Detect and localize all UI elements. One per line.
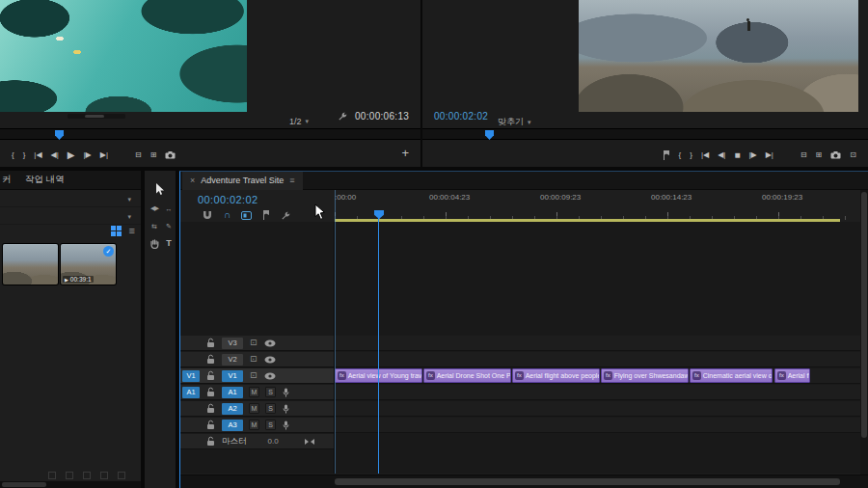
mute-button[interactable]: M	[249, 403, 259, 414]
readonly-icon[interactable]	[48, 472, 56, 479]
timeline-clip[interactable]: fx Aerial flight above people h	[512, 368, 600, 383]
sync-lock-icon[interactable]: ⊡	[250, 355, 258, 364]
solo-button[interactable]: S	[265, 403, 276, 414]
solo-button[interactable]: S	[265, 387, 276, 397]
timeline-clip[interactable]: fx Aerial fly	[774, 368, 810, 383]
go-to-out-button[interactable]: ▶|	[100, 151, 108, 159]
fader-icon[interactable]	[304, 438, 315, 446]
mark-in-button[interactable]: {	[12, 151, 14, 159]
step-back-button[interactable]: ◀|	[51, 151, 59, 159]
go-to-out-button[interactable]: ▶|	[766, 151, 773, 159]
mic-icon[interactable]	[283, 404, 289, 414]
project-horizontal-scrollbar[interactable]	[0, 481, 141, 488]
time-ruler[interactable]: :00:00 00:00:04:23 00:00:09:23 00:00:14:…	[335, 190, 861, 222]
fx-badge[interactable]: fx	[515, 371, 524, 380]
nested-sequence-icon[interactable]	[241, 211, 252, 220]
eye-icon[interactable]	[264, 372, 276, 380]
mark-in-button[interactable]: {	[679, 151, 682, 159]
eye-icon[interactable]	[264, 339, 276, 347]
fx-badge[interactable]: fx	[338, 371, 346, 380]
hand-tool[interactable]	[148, 236, 161, 250]
master-level-value[interactable]: 0.0	[268, 437, 279, 446]
tab-markers[interactable]: 커	[2, 174, 15, 186]
find-icon[interactable]	[100, 472, 108, 479]
source-settings-wrench-icon[interactable]	[338, 111, 348, 122]
program-position-timecode[interactable]: 00:00:02:02	[434, 111, 488, 122]
mute-button[interactable]: M	[249, 387, 259, 397]
add-marker-icon[interactable]	[663, 150, 670, 160]
project-filter-dropdown[interactable]: ▾	[0, 191, 141, 207]
track-content-v2[interactable]	[335, 352, 861, 367]
solo-button[interactable]: S	[265, 420, 276, 430]
step-back-button[interactable]: ◀|	[718, 151, 725, 159]
timeline-clip[interactable]: fx Aerial Drone Shot One Perso	[423, 368, 511, 383]
slip-tool[interactable]: ⇆	[148, 219, 161, 232]
new-item-icon[interactable]	[83, 472, 91, 479]
source-zoom-select[interactable]: 1/2▾	[289, 111, 309, 128]
mark-out-button[interactable]: }	[23, 151, 26, 159]
lock-icon[interactable]	[206, 403, 215, 414]
source-patch-v1[interactable]: V1	[182, 370, 200, 382]
lock-icon[interactable]	[206, 387, 215, 397]
type-tool[interactable]: T	[162, 236, 176, 250]
export-frame-button[interactable]	[830, 151, 841, 159]
insert-button[interactable]: ⊟	[135, 151, 142, 159]
close-icon[interactable]: ×	[190, 176, 195, 185]
timeline-horizontal-scrollbar[interactable]	[180, 474, 868, 488]
lock-icon[interactable]	[206, 354, 215, 365]
track-select-tool[interactable]: ◀▶	[148, 202, 161, 215]
ripple-edit-tool[interactable]: ↔	[162, 202, 176, 215]
mute-button[interactable]: M	[249, 420, 259, 430]
lift-button[interactable]: ⊟	[800, 151, 807, 159]
timeline-clip[interactable]: fx Cinematic aerial view of c	[690, 368, 773, 383]
fx-badge[interactable]: fx	[604, 371, 612, 380]
lock-icon[interactable]	[206, 370, 215, 381]
timeline-settings-wrench-icon[interactable]	[281, 210, 291, 221]
eye-icon[interactable]	[264, 356, 276, 364]
track-toggle-v2[interactable]: V2	[222, 354, 243, 366]
sync-lock-icon[interactable]: ⊡	[250, 371, 258, 380]
track-toggle-v1[interactable]: V1	[222, 370, 243, 382]
grid-view-icon[interactable]	[111, 226, 122, 236]
track-toggle-a1[interactable]: A1	[222, 387, 243, 398]
track-toggle-a2[interactable]: A2	[222, 403, 243, 415]
program-scrubber[interactable]	[422, 128, 868, 140]
timeline-tab[interactable]: × Adventure Travel Site ≡	[182, 172, 303, 190]
fx-badge[interactable]: fx	[426, 371, 435, 380]
overwrite-button[interactable]: ⊞	[150, 151, 157, 159]
stop-button[interactable]: ■	[734, 150, 740, 160]
go-to-in-button[interactable]: |◀	[701, 151, 709, 159]
source-zoom-scrollbar[interactable]	[68, 114, 125, 119]
mic-icon[interactable]	[283, 388, 289, 397]
panel-menu-icon[interactable]: ≡	[289, 176, 294, 185]
track-content-v3[interactable]	[335, 336, 861, 351]
source-scrubber[interactable]	[0, 128, 420, 140]
lock-icon[interactable]	[206, 338, 215, 348]
tab-history[interactable]: 작업 내역	[25, 174, 65, 186]
snap-magnet-icon[interactable]	[202, 210, 213, 220]
comparison-view-button[interactable]: ⊡	[850, 151, 856, 159]
marker-flag-icon[interactable]	[262, 210, 270, 220]
lock-icon[interactable]	[206, 420, 215, 430]
timeline-timecode[interactable]: 00:00:02:02	[198, 194, 258, 205]
source-playhead[interactable]	[55, 130, 64, 140]
list-view-icon[interactable]: ≡	[129, 226, 135, 236]
source-patch-a1[interactable]: A1	[182, 387, 200, 398]
track-content-a3[interactable]	[335, 418, 861, 433]
button-editor-plus[interactable]: +	[401, 147, 409, 159]
project-clip-thumbnail[interactable]	[3, 244, 58, 285]
track-toggle-v3[interactable]: V3	[222, 338, 243, 349]
track-toggle-a3[interactable]: A3	[222, 420, 243, 431]
mic-icon[interactable]	[283, 420, 289, 430]
pen-tool[interactable]: ✎	[162, 219, 176, 232]
project-sort-dropdown[interactable]: ▾	[0, 208, 141, 225]
step-forward-button[interactable]: |▶	[748, 151, 756, 159]
play-button[interactable]: ▶	[68, 150, 75, 160]
extract-button[interactable]: ⊞	[816, 151, 823, 159]
new-bin-icon[interactable]	[66, 472, 73, 479]
step-forward-button[interactable]: |▶	[84, 151, 92, 159]
linked-selection-icon[interactable]: ∩	[224, 210, 231, 220]
program-playhead[interactable]	[485, 130, 494, 140]
fx-badge[interactable]: fx	[692, 371, 701, 380]
sync-lock-icon[interactable]: ⊡	[250, 339, 258, 347]
